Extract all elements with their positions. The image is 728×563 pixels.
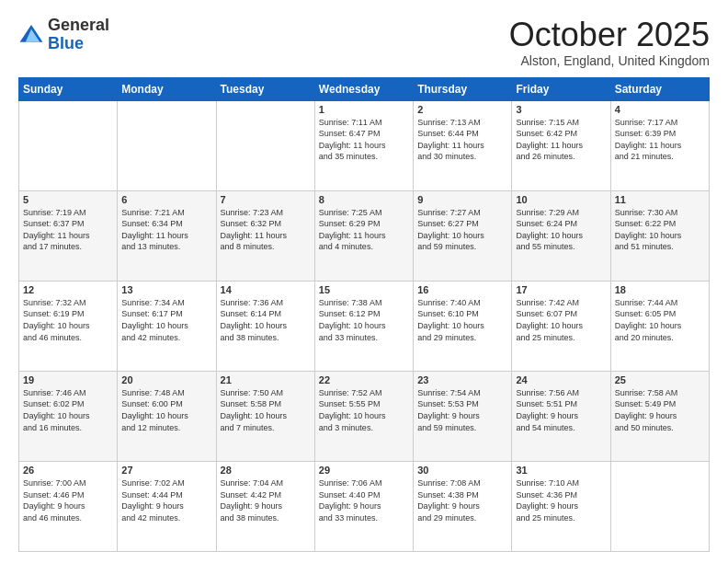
calendar-header-day: Wednesday: [314, 77, 413, 100]
calendar-cell: [610, 461, 709, 551]
day-number: 2: [417, 104, 507, 115]
calendar-header-day: Tuesday: [216, 77, 314, 100]
calendar-cell: 22Sunrise: 7:52 AM Sunset: 5:55 PM Dayli…: [314, 371, 413, 461]
day-info: Sunrise: 7:27 AM Sunset: 6:27 PM Dayligh…: [417, 207, 507, 253]
day-info: Sunrise: 7:11 AM Sunset: 6:47 PM Dayligh…: [319, 117, 409, 163]
calendar-cell: 23Sunrise: 7:54 AM Sunset: 5:53 PM Dayli…: [414, 371, 512, 461]
calendar-cell: 17Sunrise: 7:42 AM Sunset: 6:07 PM Dayli…: [512, 281, 610, 371]
calendar-cell: 1Sunrise: 7:11 AM Sunset: 6:47 PM Daylig…: [314, 100, 413, 190]
calendar-cell: [216, 100, 314, 190]
day-info: Sunrise: 7:17 AM Sunset: 6:39 PM Dayligh…: [615, 117, 705, 163]
day-number: 26: [23, 465, 113, 476]
calendar-cell: 2Sunrise: 7:13 AM Sunset: 6:44 PM Daylig…: [414, 100, 512, 190]
day-number: 15: [319, 284, 409, 295]
day-info: Sunrise: 7:40 AM Sunset: 6:10 PM Dayligh…: [417, 297, 507, 343]
day-number: 12: [23, 284, 113, 295]
calendar-cell: 12Sunrise: 7:32 AM Sunset: 6:19 PM Dayli…: [19, 281, 118, 371]
day-number: 6: [121, 194, 211, 205]
page: General Blue October 2025 Alston, Englan…: [0, 0, 728, 563]
calendar-header-day: Thursday: [414, 77, 512, 100]
day-info: Sunrise: 7:00 AM Sunset: 4:46 PM Dayligh…: [23, 477, 113, 523]
day-info: Sunrise: 7:42 AM Sunset: 6:07 PM Dayligh…: [516, 297, 606, 343]
calendar-cell: 19Sunrise: 7:46 AM Sunset: 6:02 PM Dayli…: [19, 371, 118, 461]
calendar-cell: [118, 100, 216, 190]
calendar-cell: 13Sunrise: 7:34 AM Sunset: 6:17 PM Dayli…: [118, 281, 216, 371]
calendar-week-row: 26Sunrise: 7:00 AM Sunset: 4:46 PM Dayli…: [19, 461, 710, 551]
title-block: October 2025 Alston, England, United Kin…: [509, 17, 710, 68]
calendar-week-row: 5Sunrise: 7:19 AM Sunset: 6:37 PM Daylig…: [19, 190, 710, 281]
day-number: 29: [319, 465, 409, 476]
day-info: Sunrise: 7:58 AM Sunset: 5:49 PM Dayligh…: [615, 387, 705, 433]
header: General Blue October 2025 Alston, Englan…: [18, 17, 710, 68]
day-info: Sunrise: 7:08 AM Sunset: 4:38 PM Dayligh…: [417, 477, 507, 523]
day-number: 22: [319, 374, 409, 385]
day-info: Sunrise: 7:34 AM Sunset: 6:17 PM Dayligh…: [121, 297, 211, 343]
day-number: 9: [417, 194, 507, 205]
calendar-cell: 30Sunrise: 7:08 AM Sunset: 4:38 PM Dayli…: [414, 461, 512, 551]
day-number: 8: [319, 194, 409, 205]
day-info: Sunrise: 7:30 AM Sunset: 6:22 PM Dayligh…: [615, 207, 705, 253]
calendar-cell: 18Sunrise: 7:44 AM Sunset: 6:05 PM Dayli…: [610, 281, 709, 371]
day-number: 23: [417, 374, 507, 385]
calendar-cell: 28Sunrise: 7:04 AM Sunset: 4:42 PM Dayli…: [216, 461, 314, 551]
month-title: October 2025: [509, 17, 710, 53]
calendar-header-day: Friday: [512, 77, 610, 100]
day-number: 16: [417, 284, 507, 295]
calendar-cell: 14Sunrise: 7:36 AM Sunset: 6:14 PM Dayli…: [216, 281, 314, 371]
calendar-week-row: 19Sunrise: 7:46 AM Sunset: 6:02 PM Dayli…: [19, 371, 710, 461]
day-number: 30: [417, 465, 507, 476]
calendar-cell: 20Sunrise: 7:48 AM Sunset: 6:00 PM Dayli…: [118, 371, 216, 461]
calendar-cell: 4Sunrise: 7:17 AM Sunset: 6:39 PM Daylig…: [610, 100, 709, 190]
day-number: 20: [121, 374, 211, 385]
calendar-cell: 3Sunrise: 7:15 AM Sunset: 6:42 PM Daylig…: [512, 100, 610, 190]
day-number: 13: [121, 284, 211, 295]
day-number: 4: [615, 104, 705, 115]
logo-icon: [18, 22, 44, 48]
day-number: 7: [221, 194, 311, 205]
calendar-cell: 5Sunrise: 7:19 AM Sunset: 6:37 PM Daylig…: [19, 190, 118, 281]
calendar-cell: 29Sunrise: 7:06 AM Sunset: 4:40 PM Dayli…: [314, 461, 413, 551]
logo-text: General Blue: [48, 17, 109, 53]
day-info: Sunrise: 7:48 AM Sunset: 6:00 PM Dayligh…: [121, 387, 211, 433]
day-info: Sunrise: 7:29 AM Sunset: 6:24 PM Dayligh…: [516, 207, 606, 253]
day-number: 14: [221, 284, 311, 295]
day-number: 24: [516, 374, 606, 385]
day-number: 3: [516, 104, 606, 115]
day-info: Sunrise: 7:54 AM Sunset: 5:53 PM Dayligh…: [417, 387, 507, 433]
day-number: 25: [615, 374, 705, 385]
day-info: Sunrise: 7:36 AM Sunset: 6:14 PM Dayligh…: [221, 297, 311, 343]
calendar-cell: 9Sunrise: 7:27 AM Sunset: 6:27 PM Daylig…: [414, 190, 512, 281]
calendar-cell: 8Sunrise: 7:25 AM Sunset: 6:29 PM Daylig…: [314, 190, 413, 281]
calendar-cell: 25Sunrise: 7:58 AM Sunset: 5:49 PM Dayli…: [610, 371, 709, 461]
location: Alston, England, United Kingdom: [509, 53, 710, 68]
day-info: Sunrise: 7:04 AM Sunset: 4:42 PM Dayligh…: [221, 477, 311, 523]
day-number: 11: [615, 194, 705, 205]
calendar-cell: 10Sunrise: 7:29 AM Sunset: 6:24 PM Dayli…: [512, 190, 610, 281]
calendar-cell: 7Sunrise: 7:23 AM Sunset: 6:32 PM Daylig…: [216, 190, 314, 281]
day-info: Sunrise: 7:44 AM Sunset: 6:05 PM Dayligh…: [615, 297, 705, 343]
calendar-cell: 27Sunrise: 7:02 AM Sunset: 4:44 PM Dayli…: [118, 461, 216, 551]
day-number: 17: [516, 284, 606, 295]
day-info: Sunrise: 7:56 AM Sunset: 5:51 PM Dayligh…: [516, 387, 606, 433]
calendar-cell: 16Sunrise: 7:40 AM Sunset: 6:10 PM Dayli…: [414, 281, 512, 371]
calendar-cell: 24Sunrise: 7:56 AM Sunset: 5:51 PM Dayli…: [512, 371, 610, 461]
day-number: 21: [221, 374, 311, 385]
day-number: 28: [221, 465, 311, 476]
day-number: 18: [615, 284, 705, 295]
calendar-cell: 15Sunrise: 7:38 AM Sunset: 6:12 PM Dayli…: [314, 281, 413, 371]
calendar-header-day: Saturday: [610, 77, 709, 100]
day-info: Sunrise: 7:52 AM Sunset: 5:55 PM Dayligh…: [319, 387, 409, 433]
day-number: 19: [23, 374, 113, 385]
day-info: Sunrise: 7:02 AM Sunset: 4:44 PM Dayligh…: [121, 477, 211, 523]
day-info: Sunrise: 7:13 AM Sunset: 6:44 PM Dayligh…: [417, 117, 507, 163]
calendar-cell: 6Sunrise: 7:21 AM Sunset: 6:34 PM Daylig…: [118, 190, 216, 281]
calendar-cell: 21Sunrise: 7:50 AM Sunset: 5:58 PM Dayli…: [216, 371, 314, 461]
day-number: 27: [121, 465, 211, 476]
calendar-week-row: 12Sunrise: 7:32 AM Sunset: 6:19 PM Dayli…: [19, 281, 710, 371]
logo-general: General: [48, 16, 109, 34]
day-info: Sunrise: 7:19 AM Sunset: 6:37 PM Dayligh…: [23, 207, 113, 253]
calendar-cell: [19, 100, 118, 190]
calendar-week-row: 1Sunrise: 7:11 AM Sunset: 6:47 PM Daylig…: [19, 100, 710, 190]
calendar-table: SundayMondayTuesdayWednesdayThursdayFrid…: [18, 77, 710, 552]
day-info: Sunrise: 7:38 AM Sunset: 6:12 PM Dayligh…: [319, 297, 409, 343]
